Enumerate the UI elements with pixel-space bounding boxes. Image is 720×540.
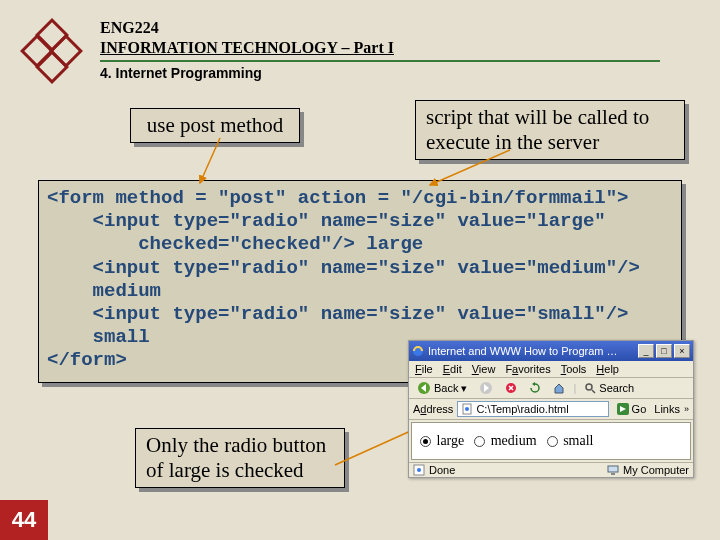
status-bar: Done My Computer	[409, 462, 693, 477]
back-button[interactable]: Back ▾	[413, 380, 471, 396]
go-label: Go	[632, 403, 647, 415]
back-icon	[417, 381, 431, 395]
go-icon	[617, 403, 629, 415]
search-label: Search	[599, 382, 634, 394]
menu-file-label: ile	[422, 363, 433, 375]
maximize-button[interactable]: □	[656, 344, 672, 358]
menu-file[interactable]: File	[415, 363, 433, 375]
refresh-button[interactable]	[525, 381, 545, 395]
svg-line-8	[592, 390, 595, 393]
home-button[interactable]	[549, 381, 569, 395]
page-content: large medium small	[411, 422, 691, 460]
refresh-icon	[529, 382, 541, 394]
search-icon	[584, 382, 596, 394]
address-bar: Address C:\Temp\radio.html Go Links »	[409, 399, 693, 420]
minimize-button[interactable]: _	[638, 344, 654, 358]
callout-radio-note: Only the radio button of large is checke…	[135, 428, 345, 488]
status-zone: My Computer	[623, 464, 689, 476]
page-number: 44	[0, 500, 48, 540]
svg-point-10	[465, 407, 469, 411]
stop-button[interactable]	[501, 381, 521, 395]
address-field[interactable]: C:\Temp\radio.html	[457, 401, 608, 417]
status-done: Done	[429, 464, 455, 476]
svg-point-13	[417, 468, 421, 472]
computer-icon	[607, 464, 619, 476]
menu-help[interactable]: Help	[596, 363, 619, 375]
callout-script: script that will be called to execute in…	[415, 100, 685, 160]
ie-icon	[412, 345, 424, 357]
menu-edit[interactable]: Edit	[443, 363, 462, 375]
menubar: File Edit View Favorites Tools Help	[409, 361, 693, 378]
svg-line-0	[200, 138, 220, 183]
back-label: Back	[434, 382, 458, 394]
address-label: Address	[413, 403, 453, 415]
window-title: Internet and WWW How to Program …	[428, 345, 618, 357]
svg-rect-15	[611, 473, 615, 475]
toolbar: Back ▾ | Search	[409, 378, 693, 399]
radio-large-label: large	[437, 433, 465, 448]
logo	[20, 15, 80, 85]
browser-window: Internet and WWW How to Program … _ □ × …	[408, 340, 694, 478]
home-icon	[553, 382, 565, 394]
titlebar: Internet and WWW How to Program … _ □ ×	[409, 341, 693, 361]
stop-icon	[505, 382, 517, 394]
menu-tools[interactable]: Tools	[561, 363, 587, 375]
links-chevron[interactable]: »	[684, 404, 689, 414]
course-title: INFORMATION TECHNOLOGY – Part I	[100, 38, 660, 58]
forward-button[interactable]	[475, 380, 497, 396]
section-title: 4. Internet Programming	[100, 65, 660, 83]
radio-small[interactable]	[547, 436, 558, 447]
slide-header: ENG224 INFORMATION TECHNOLOGY – Part I 4…	[100, 18, 660, 83]
menu-view[interactable]: View	[472, 363, 496, 375]
page-icon	[461, 403, 473, 415]
svg-rect-14	[608, 466, 618, 472]
menu-favorites[interactable]: Favorites	[505, 363, 550, 375]
radio-large[interactable]	[420, 436, 431, 447]
links-label: Links	[654, 403, 680, 415]
course-code: ENG224	[100, 18, 660, 38]
radio-small-label: small	[563, 433, 593, 448]
callout-use-post: use post method	[130, 108, 300, 143]
radio-medium-label: medium	[491, 433, 537, 448]
forward-icon	[479, 381, 493, 395]
radio-medium[interactable]	[474, 436, 485, 447]
search-button[interactable]: Search	[580, 381, 638, 395]
done-icon	[413, 464, 425, 476]
address-path: C:\Temp\radio.html	[476, 403, 568, 415]
close-button[interactable]: ×	[674, 344, 690, 358]
go-button[interactable]: Go	[613, 402, 651, 416]
svg-point-7	[586, 384, 592, 390]
